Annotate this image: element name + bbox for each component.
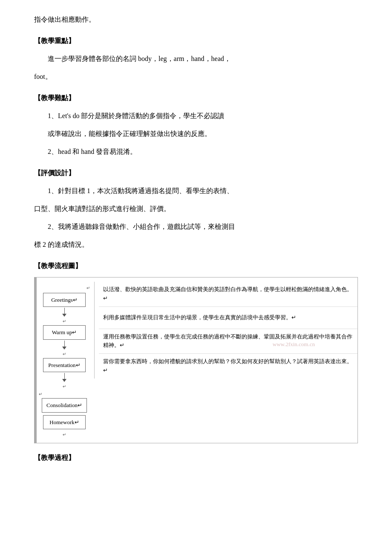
arrow-greetings — [62, 308, 66, 317]
flowchart-wrapper: ↵ Greetings↵ ↵ Warm up↵ ↵ Presentation↵ … — [34, 277, 358, 443]
marker2: ↵ — [63, 350, 66, 358]
eval-point1: 1、針對目標 1，本次活動我將通過指名提問、看學生的表情、 — [34, 184, 358, 198]
flow-desc-consolidation-text: 運用任務教學設置任務，使學生在完成任務的過程中不斷的操練、鞏固及拓展并在此過程中… — [103, 332, 353, 350]
key-body: 進一步學習身體各部位的名詞 body，leg，arm，hand，head， — [34, 52, 358, 66]
flowchart-right: 以活潑、歡快的英語歌曲及充滿自信和贊美的英語對白作為導航，使學生以輕松飽滿的情緒… — [94, 282, 357, 379]
eval-point1b: 口型、開火車讀對話的形式進行檢測、評價。 — [34, 202, 358, 216]
top-marker: ↵ — [86, 284, 90, 292]
marker3b: ↵ — [39, 390, 42, 398]
flow-desc-warmup: 利用多媒體課件呈現日常生活中的場景，使學生在真實的語境中去感受學習。↵ — [99, 307, 357, 329]
difficulty-point1b: 或準確說出，能根據指令正確理解並做出快速的反應。 — [48, 127, 358, 141]
left-bar — [35, 278, 37, 443]
marker1: ↵ — [63, 318, 66, 325]
flow-box-warmup: Warm up↵ — [43, 325, 86, 339]
arrow-warmup — [62, 341, 66, 350]
flow-desc-consolidation: 運用任務教學設置任務，使學生在完成任務的過程中不斷的操練、鞏固及拓展并在此過程中… — [99, 329, 357, 354]
intro-line: 指令做出相應動作。 — [34, 13, 358, 26]
section-title-difficulty: 【教學難點】 — [34, 91, 358, 105]
flowchart-section: ↵ Greetings↵ ↵ Warm up↵ ↵ Presentation↵ … — [34, 277, 358, 443]
marker4: ↵ — [63, 431, 66, 439]
section-title-key: 【教學重點】 — [34, 34, 358, 48]
flow-box-consolidation: Consolidation↵ — [42, 398, 87, 412]
difficulty-point2: 2、head 和 hand 發音易混淆。 — [48, 145, 358, 159]
flow-box-homework: Homework↵ — [43, 415, 86, 429]
difficulty-point1: 1、Let's do 部分是關於身體活動的多個指令，學生不必認讀 — [48, 109, 358, 123]
flow-desc-warmup-text: 利用多媒體課件呈現日常生活中的場景，使學生在真實的語境中去感受學習。↵ — [103, 313, 296, 322]
section-title-flowchart: 【教學流程圖】 — [34, 259, 358, 273]
flow-desc-homework-text: 當你需要拿东西時，你如何禮貌的請求別人的幫助？你又如何友好的幫助別人？試著用英語… — [103, 357, 353, 375]
key-body2: foot。 — [34, 70, 358, 84]
eval-point2: 2、我將通過聽錄音做動作、小組合作，遊戲比試等，來檢測目 — [34, 220, 358, 234]
section-title-evaluation: 【評價設計】 — [34, 166, 358, 180]
flow-box-greetings: Greetings↵ — [43, 293, 86, 307]
flow-desc-homework: 當你需要拿东西時，你如何禮貌的請求別人的幫助？你又如何友好的幫助別人？試著用英語… — [99, 354, 357, 379]
flow-box-presentation: Presentation↵ — [43, 358, 86, 372]
eval-point2b: 標 2 的達成情況。 — [34, 238, 358, 251]
arrow-presentation — [62, 373, 66, 382]
flowchart-left: ↵ Greetings↵ ↵ Warm up↵ ↵ Presentation↵ … — [39, 282, 94, 439]
flow-desc-greetings-text: 以活潑、歡快的英語歌曲及充滿自信和贊美的英語對白作為導航，使學生以輕松飽滿的情緒… — [103, 285, 353, 303]
flow-desc-greetings: 以活潑、歡快的英語歌曲及充滿自信和贊美的英語對白作為導航，使學生以輕松飽滿的情緒… — [99, 282, 357, 307]
section-title-process: 【教學過程】 — [34, 451, 358, 465]
marker3: ↵ — [63, 383, 66, 390]
